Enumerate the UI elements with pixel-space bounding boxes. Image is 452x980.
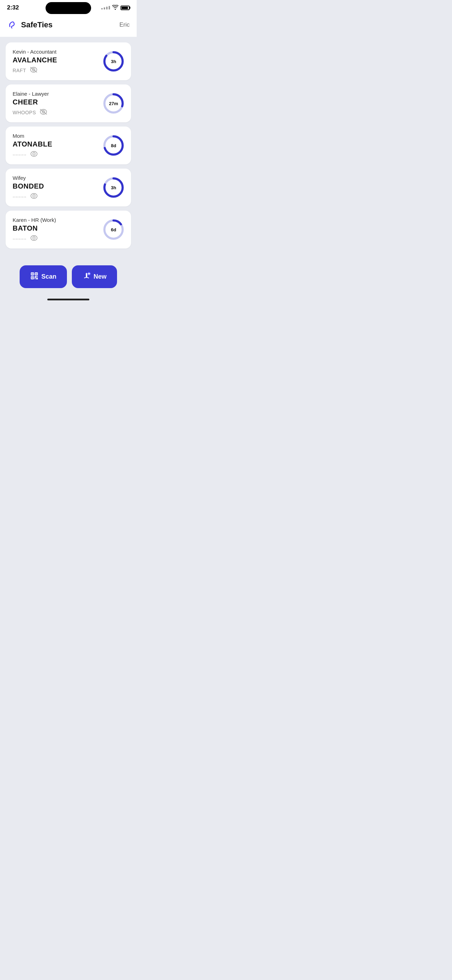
- card-mom[interactable]: Mom ATONABLE ········· 8d: [6, 127, 131, 164]
- new-icon: [82, 272, 91, 282]
- card-left-mom: Mom ATONABLE ·········: [13, 133, 99, 158]
- svg-rect-25: [32, 274, 33, 274]
- bottom-bar: Scan New: [0, 258, 137, 299]
- card-title-karen: BATON: [13, 224, 99, 232]
- card-kevin[interactable]: Kevin - Accountant AVALANCHE RAFT 3h: [6, 42, 131, 80]
- card-title-wifey: BONDED: [13, 182, 99, 190]
- card-meta-kevin: RAFT: [13, 67, 99, 74]
- circle-timer-wifey: 3h: [103, 177, 124, 198]
- svg-rect-28: [86, 274, 87, 278]
- card-meta-mom: ·········: [13, 151, 99, 158]
- meta-label-mom: ·········: [13, 152, 27, 158]
- app-title: SafeTies: [21, 20, 53, 29]
- timer-label-kevin: 3h: [111, 59, 116, 64]
- scan-icon: [30, 272, 38, 282]
- circle-timer-karen: 6d: [103, 219, 124, 240]
- new-label: New: [94, 273, 107, 280]
- meta-label-karen: ·········: [13, 236, 27, 242]
- card-left-karen: Karen - HR (Work) BATON ·········: [13, 217, 99, 242]
- card-elaine[interactable]: Elaine - Lawyer CHEER WHOOPS 27m: [6, 84, 131, 123]
- wifi-icon: [112, 5, 118, 11]
- meta-label-wifey: ·········: [13, 194, 27, 199]
- timer-label-elaine: 27m: [109, 101, 118, 106]
- circle-timer-kevin: 3h: [103, 51, 124, 72]
- card-meta-wifey: ·········: [13, 193, 99, 200]
- eye-icon-karen: [30, 235, 38, 242]
- status-icons: [101, 5, 130, 11]
- scan-button[interactable]: Scan: [20, 265, 67, 288]
- svg-point-18: [31, 235, 37, 240]
- user-name: Eric: [119, 21, 130, 29]
- card-karen[interactable]: Karen - HR (Work) BATON ········· 6d: [6, 211, 131, 248]
- signal-icon: [101, 6, 110, 10]
- home-bar: [47, 299, 89, 301]
- svg-point-11: [33, 153, 35, 155]
- card-subtitle-karen: Karen - HR (Work): [13, 217, 99, 223]
- card-meta-elaine: WHOOPS: [13, 109, 99, 116]
- timer-label-mom: 8d: [111, 143, 116, 148]
- eye-icon-mom: [30, 151, 38, 158]
- timer-label-wifey: 3h: [111, 185, 116, 190]
- timer-label-karen: 6d: [111, 227, 116, 232]
- logo-area: SafeTies: [7, 18, 53, 31]
- svg-point-19: [33, 237, 35, 239]
- svg-rect-26: [36, 274, 37, 274]
- status-time: 2:32: [7, 4, 19, 11]
- card-title-elaine: CHEER: [13, 98, 99, 106]
- card-left-wifey: Wifey BONDED ·········: [13, 175, 99, 200]
- eye-icon-wifey: [30, 193, 38, 200]
- notch: [46, 2, 91, 14]
- circle-timer-mom: 8d: [103, 135, 124, 156]
- card-title-kevin: AVALANCHE: [13, 56, 99, 64]
- meta-label-elaine: WHOOPS: [13, 110, 36, 115]
- card-left-kevin: Kevin - Accountant AVALANCHE RAFT: [13, 49, 99, 74]
- status-bar: 2:32: [0, 0, 137, 14]
- meta-label-kevin: RAFT: [13, 68, 26, 73]
- svg-point-15: [33, 195, 35, 197]
- eye-icon-kevin: [30, 67, 38, 74]
- svg-point-14: [31, 194, 37, 198]
- app-logo-icon: [7, 18, 18, 31]
- scan-label: Scan: [41, 273, 56, 280]
- eye-icon-elaine: [40, 109, 47, 116]
- svg-rect-27: [32, 277, 33, 278]
- battery-icon: [121, 6, 130, 10]
- card-left-elaine: Elaine - Lawyer CHEER WHOOPS: [13, 91, 99, 116]
- cards-list: Kevin - Accountant AVALANCHE RAFT 3h Ela…: [6, 42, 131, 248]
- card-subtitle-mom: Mom: [13, 133, 99, 139]
- content-area: Kevin - Accountant AVALANCHE RAFT 3h Ela…: [0, 37, 137, 258]
- card-subtitle-kevin: Kevin - Accountant: [13, 49, 99, 55]
- new-button[interactable]: New: [72, 265, 117, 288]
- app-header: SafeTies Eric: [0, 14, 137, 37]
- circle-timer-elaine: 27m: [103, 93, 124, 114]
- card-wifey[interactable]: Wifey BONDED ········· 3h: [6, 169, 131, 207]
- card-subtitle-wifey: Wifey: [13, 175, 99, 181]
- card-subtitle-elaine: Elaine - Lawyer: [13, 91, 99, 97]
- svg-point-10: [31, 151, 37, 156]
- card-meta-karen: ·········: [13, 235, 99, 242]
- card-title-mom: ATONABLE: [13, 140, 99, 148]
- home-indicator: [0, 299, 137, 304]
